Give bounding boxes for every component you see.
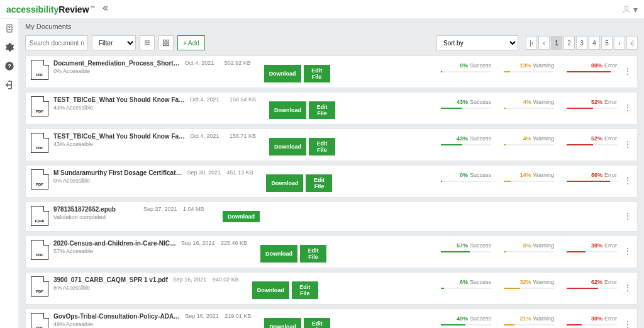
page-3[interactable]: 3 [576,36,587,50]
download-button[interactable]: Download [260,245,297,263]
top-bar: accessibilityReview™ ▾ [0,0,644,19]
more-actions-icon[interactable]: ⋮ [622,319,632,328]
list-view-button[interactable] [140,35,155,50]
download-button[interactable]: Download [266,174,303,192]
page-›|[interactable]: ›| [626,36,638,50]
svg-point-2 [8,26,10,28]
documents-icon[interactable] [4,23,15,34]
svg-text:?: ? [8,63,11,69]
logout-icon[interactable] [4,79,15,91]
more-actions-icon[interactable]: ⋮ [622,103,632,113]
success-bar [441,108,491,109]
edit-button[interactable]: Edit File [292,281,318,299]
document-row: PDF GovOps-Tribal-Consultation-Policy-AD… [25,308,638,328]
more-actions-icon[interactable]: ⋮ [622,246,632,256]
pagination: |‹‹12345››| [526,36,638,50]
warning-bar [504,181,554,182]
document-size: 158.71 KB [230,133,264,139]
error-stat: 30%Error [567,315,617,322]
warning-stat: 4%Warning [504,99,554,105]
edit-button[interactable]: Edit File [304,65,330,82]
more-actions-icon[interactable]: ⋮ [622,211,632,221]
download-button[interactable]: Download [252,281,289,299]
gear-icon[interactable] [4,42,15,53]
document-subtitle: 49% Accessible [53,321,180,327]
more-actions-icon[interactable]: ⋮ [622,66,632,76]
success-bar [441,144,491,145]
document-row: PDF TEST_TBICoE_What You Should Know Fa…… [25,92,638,125]
file-type-icon: PDF [31,169,48,189]
error-stat: 52%Error [567,99,617,105]
file-type-icon: PDF [31,133,48,153]
page-|‹[interactable]: |‹ [526,36,537,50]
success-bar [441,71,491,72]
document-size: 502.92 KB [225,60,259,66]
warning-bar [504,324,554,325]
edit-button[interactable]: Edit File [309,101,335,119]
document-size: 225.46 KB [221,240,255,246]
document-row: PDF TEST_TBICoE_What You Should Know Fa…… [25,128,638,161]
document-subtitle: 43% Accessible [53,105,185,111]
error-bar [567,71,617,72]
filter-select[interactable]: Filter [92,35,136,50]
document-name[interactable]: GovOps-Tribal-Consultation-Policy-ADA… [53,313,180,320]
error-stat: 86%Error [567,172,617,178]
more-actions-icon[interactable]: ⋮ [622,283,632,293]
document-name[interactable]: Document_Remediation_Process_Short… [53,60,180,67]
edit-button[interactable]: Edit File [306,174,332,192]
document-name[interactable]: 3900_071_CARB_CAQM_SPR 1 v1.pdf [53,276,168,283]
page-›[interactable]: › [614,36,625,50]
download-button[interactable]: Download [223,211,260,222]
user-menu[interactable]: ▾ [621,4,638,14]
document-size: 940.02 KB [213,276,247,283]
edit-button[interactable]: Edit File [309,138,335,156]
document-name[interactable]: 9781351872652.epub [53,206,138,213]
toolbar: Filter + Add Sort by |‹‹12345››| [19,33,644,55]
edit-button[interactable]: Edit File [304,318,330,328]
error-bar [567,108,617,109]
document-row: PDF 3900_071_CARB_CAQM_SPR 1 v1.pdf 6% A… [25,272,638,305]
success-stat: 6%Success [441,279,491,285]
svg-rect-9 [167,40,169,43]
brand-logo: accessibilityReview™ [6,4,96,14]
document-subtitle: 6% Accessible [53,285,168,291]
edit-button[interactable]: Edit File [300,245,326,263]
svg-rect-8 [164,40,166,43]
add-button[interactable]: + Add [177,35,205,50]
page-1[interactable]: 1 [551,36,562,50]
success-bar [441,251,491,252]
sidebar-collapse-icon[interactable] [101,4,109,14]
error-stat: 88%Error [567,62,617,69]
help-icon[interactable]: ? [4,60,15,72]
more-actions-icon[interactable]: ⋮ [622,176,632,186]
document-size: 1.04 MB [183,206,218,212]
error-stat: 38%Error [567,242,617,249]
error-bar [567,144,617,145]
download-button[interactable]: Download [269,138,306,156]
download-button[interactable]: Download [264,318,301,328]
document-date: Oct 4, 2021 [185,60,219,66]
document-name[interactable]: TEST_TBICoE_What You Should Know Fa… [53,96,185,103]
document-subtitle: 0% Accessible [53,68,180,74]
success-stat: 57%Success [441,242,491,249]
page-5[interactable]: 5 [601,36,613,50]
grid-view-button[interactable] [158,35,174,50]
document-name[interactable]: M Sundaramurthy First Dosage Certificat… [53,169,182,176]
error-bar [567,288,617,289]
page-4[interactable]: 4 [589,36,600,50]
download-button[interactable]: Download [264,65,301,82]
warning-stat: 5%Warning [504,242,554,249]
search-input[interactable] [25,35,88,50]
page-‹[interactable]: ‹ [538,36,550,50]
warning-bar [504,288,554,289]
download-button[interactable]: Download [269,101,306,119]
sort-select[interactable]: Sort by [436,35,518,50]
success-bar [441,288,491,289]
success-stat: 43%Success [441,99,491,105]
more-actions-icon[interactable]: ⋮ [622,139,632,149]
page-2[interactable]: 2 [564,36,575,50]
sidebar: ? [0,19,19,328]
document-row: Epub 9781351872652.epub Validation compl… [25,201,638,232]
document-name[interactable]: TEST_TBICoE_What You Should Know Fa… [53,133,185,140]
document-name[interactable]: 2020-Census-and-Children-in-Care-NIC… [53,240,176,247]
